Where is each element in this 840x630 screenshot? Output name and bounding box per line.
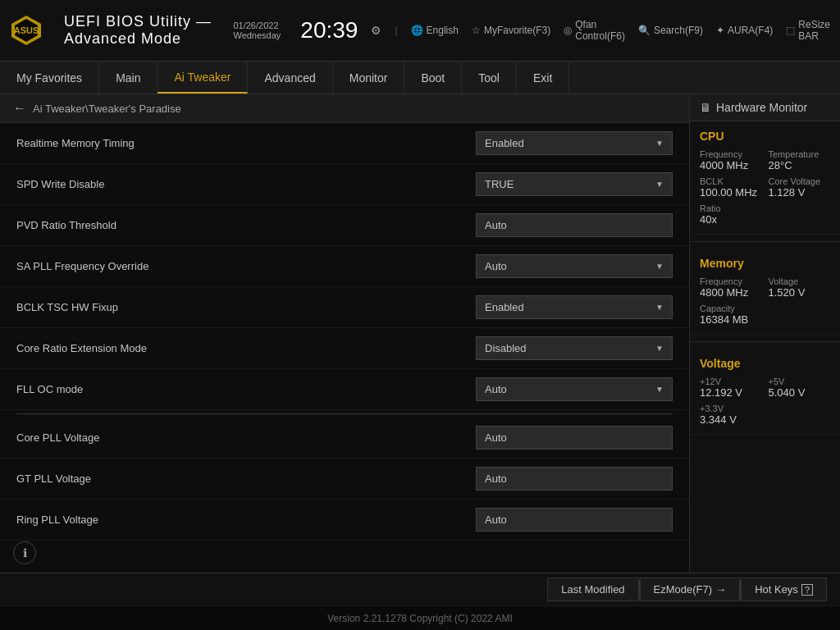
nav-item-exit[interactable]: Exit xyxy=(517,62,569,94)
setting-label-core-pll-voltage: Core PLL Voltage xyxy=(16,431,476,444)
text-control-pvd-ratio-threshold[interactable]: Auto xyxy=(476,213,673,237)
monitor-icon: 🖥 xyxy=(700,101,711,114)
search-button[interactable]: 🔍 Search(F9) xyxy=(638,25,703,36)
hardware-monitor-header: 🖥 Hardware Monitor xyxy=(690,94,840,121)
nav-item-advanced[interactable]: Advanced xyxy=(248,62,332,94)
setting-control-realtime-memory-timing[interactable]: Enabled▼ xyxy=(476,131,673,155)
svg-text:ASUS: ASUS xyxy=(14,25,39,35)
cpu-frequency-value: 4000 MHz xyxy=(700,159,762,171)
memory-voltage-value: 1.520 V xyxy=(769,286,831,299)
setting-control-gt-pll-voltage[interactable]: Auto xyxy=(476,467,673,491)
dropdown-bclk-tsc-hw-fixup[interactable]: Enabled▼ xyxy=(476,295,673,319)
ez-mode-button[interactable]: EzMode(F7) → xyxy=(640,578,741,601)
ez-mode-arrow-icon: → xyxy=(715,583,726,596)
header: ASUS UEFI BIOS Utility — Advanced Mode 0… xyxy=(0,0,840,62)
version-bar: Version 2.21.1278 Copyright (C) 2022 AMI xyxy=(0,605,840,630)
cpu-core-voltage-value: 1.128 V xyxy=(769,186,831,199)
nav-item-ai-tweaker[interactable]: Ai Tweaker xyxy=(158,62,248,94)
text-control-core-pll-voltage[interactable]: Auto xyxy=(476,426,673,450)
myfavorite-button[interactable]: ☆ MyFavorite(F3) xyxy=(472,25,550,36)
setting-control-core-pll-voltage[interactable]: Auto xyxy=(476,426,673,450)
hardware-monitor-sidebar: 🖥 Hardware Monitor CPU Frequency 4000 MH… xyxy=(689,94,840,573)
fan-icon: ◎ xyxy=(564,25,572,36)
resize-bar-button[interactable]: ⬚ ReSize BAR xyxy=(786,19,830,42)
text-control-ring-pll-voltage[interactable]: Auto xyxy=(476,508,673,532)
info-icon[interactable]: ℹ xyxy=(13,541,36,564)
dropdown-fll-oc-mode[interactable]: Auto▼ xyxy=(476,377,673,401)
voltage-12v-value: 12.192 V xyxy=(700,386,762,399)
voltage-12v-item: +12V 12.192 V xyxy=(700,377,762,399)
cpu-core-voltage-item: Core Voltage 1.128 V xyxy=(769,176,831,199)
nav-item-tool[interactable]: Tool xyxy=(462,62,517,94)
settings-icon[interactable]: ⚙ xyxy=(371,24,381,37)
back-arrow-icon[interactable]: ← xyxy=(13,101,26,116)
version-text: Version 2.21.1278 Copyright (C) 2022 AMI xyxy=(327,613,512,624)
cpu-section: CPU Frequency 4000 MHz Temperature 28°C … xyxy=(690,121,840,235)
settings-list: Realtime Memory TimingEnabled▼SPD Write … xyxy=(0,123,689,541)
voltage-33v-label: +3.3V xyxy=(700,404,762,413)
dropdown-realtime-memory-timing[interactable]: Enabled▼ xyxy=(476,131,673,155)
memory-voltage-label: Voltage xyxy=(769,276,831,286)
voltage-5v-item: +5V 5.040 V xyxy=(769,377,831,399)
footer: Last Modified EzMode(F7) → Hot Keys ? xyxy=(0,573,840,605)
nav-item-main[interactable]: Main xyxy=(99,62,158,94)
setting-label-ring-pll-voltage: Ring PLL Voltage xyxy=(16,514,476,526)
cpu-core-voltage-label: Core Voltage xyxy=(769,176,831,186)
datetime: 01/26/2022 Wednesday xyxy=(233,21,281,40)
dropdown-core-ratio-extension-mode[interactable]: Disabled▼ xyxy=(476,336,673,360)
setting-control-core-ratio-extension-mode[interactable]: Disabled▼ xyxy=(476,336,673,360)
nav-item-monitor[interactable]: Monitor xyxy=(333,62,405,94)
main-layout: ← Ai Tweaker\Tweaker's Paradise Realtime… xyxy=(0,94,840,573)
cpu-temperature-label: Temperature xyxy=(769,149,831,159)
setting-control-fll-oc-mode[interactable]: Auto▼ xyxy=(476,377,673,401)
cpu-bclk-label: BCLK xyxy=(700,176,762,186)
cpu-section-title: CPU xyxy=(700,130,830,143)
dropdown-arrow-icon: ▼ xyxy=(655,303,664,312)
voltage-5v-label: +5V xyxy=(769,377,831,386)
date-display: 01/26/2022 xyxy=(233,21,278,30)
setting-control-pvd-ratio-threshold[interactable]: Auto xyxy=(476,213,673,237)
memory-voltage-divider xyxy=(690,341,840,342)
nav-item-favorites[interactable]: My Favorites xyxy=(0,62,99,94)
setting-row-spd-write-disable: SPD Write DisableTRUE▼ xyxy=(0,164,689,205)
cpu-grid: Frequency 4000 MHz Temperature 28°C BCLK… xyxy=(700,149,830,226)
setting-label-spd-write-disable: SPD Write Disable xyxy=(16,178,476,190)
voltage-33v-item: +3.3V 3.344 V xyxy=(700,404,762,426)
text-control-gt-pll-voltage[interactable]: Auto xyxy=(476,467,673,491)
english-button[interactable]: 🌐 English xyxy=(411,25,459,36)
globe-icon: 🌐 xyxy=(411,25,423,36)
dropdown-spd-write-disable[interactable]: TRUE▼ xyxy=(476,172,673,196)
breadcrumb-path: Ai Tweaker\Tweaker's Paradise xyxy=(33,103,181,115)
setting-control-bclk-tsc-hw-fixup[interactable]: Enabled▼ xyxy=(476,295,673,319)
setting-row-gt-pll-voltage: GT PLL VoltageAuto xyxy=(0,459,689,500)
setting-row-pvd-ratio-threshold: PVD Ratio ThresholdAuto xyxy=(0,205,689,246)
setting-row-bclk-tsc-hw-fixup: BCLK TSC HW FixupEnabled▼ xyxy=(0,287,689,328)
voltage-grid: +12V 12.192 V +5V 5.040 V +3.3V 3.344 V xyxy=(700,377,830,426)
bios-title: UEFI BIOS Utility — Advanced Mode xyxy=(64,13,233,48)
asus-logo-icon: ASUS xyxy=(10,14,43,47)
cpu-memory-divider xyxy=(690,241,840,242)
memory-grid: Frequency 4800 MHz Voltage 1.520 V Capac… xyxy=(700,276,830,326)
dropdown-sa-pll-frequency-override[interactable]: Auto▼ xyxy=(476,254,673,278)
cpu-frequency-item: Frequency 4000 MHz xyxy=(700,149,762,171)
memory-capacity-item: Capacity 16384 MB xyxy=(700,304,762,326)
cpu-bclk-value: 100.00 MHz xyxy=(700,186,762,199)
setting-label-gt-pll-voltage: GT PLL Voltage xyxy=(16,472,476,485)
nav-bar: My Favorites Main Ai Tweaker Advanced Mo… xyxy=(0,62,840,94)
cpu-bclk-item: BCLK 100.00 MHz xyxy=(700,176,762,199)
hot-keys-button[interactable]: Hot Keys ? xyxy=(741,578,827,601)
setting-control-ring-pll-voltage[interactable]: Auto xyxy=(476,508,673,532)
time-display: 20:39 xyxy=(300,19,358,42)
setting-control-sa-pll-frequency-override[interactable]: Auto▼ xyxy=(476,254,673,278)
memory-capacity-label: Capacity xyxy=(700,304,762,313)
dropdown-arrow-icon: ▼ xyxy=(655,385,664,394)
last-modified-button[interactable]: Last Modified xyxy=(547,578,638,601)
setting-label-core-ratio-extension-mode: Core Ratio Extension Mode xyxy=(16,342,476,354)
setting-control-spd-write-disable[interactable]: TRUE▼ xyxy=(476,172,673,196)
nav-item-boot[interactable]: Boot xyxy=(404,62,462,94)
voltage-12v-label: +12V xyxy=(700,377,762,386)
qfan-button[interactable]: ◎ Qfan Control(F6) xyxy=(564,19,625,42)
aura-button[interactable]: ✦ AURA(F4) xyxy=(716,25,773,36)
setting-row-realtime-memory-timing: Realtime Memory TimingEnabled▼ xyxy=(0,123,689,164)
setting-label-bclk-tsc-hw-fixup: BCLK TSC HW Fixup xyxy=(16,301,476,313)
